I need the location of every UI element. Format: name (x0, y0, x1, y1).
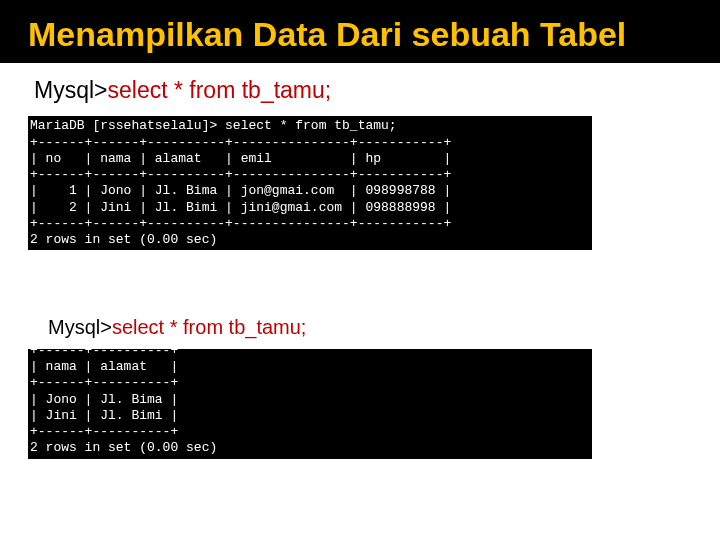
overlay-command-band: Mysql>select * from tb_tamu; (0, 306, 720, 349)
slide-title: Menampilkan Data Dari sebuah Tabel (28, 16, 692, 53)
cmd1-prefix: Mysql> (34, 77, 108, 103)
cmd2-prefix: Mysql> (48, 316, 112, 338)
terminal-output-1: MariaDB [rssehatselalu]> select * from t… (28, 116, 592, 250)
title-block: Menampilkan Data Dari sebuah Tabel (0, 0, 720, 63)
cmd2-query: select * from tb_tamu; (112, 316, 307, 338)
cmd1-query: select * from tb_tamu; (108, 77, 332, 103)
command-line-1: Mysql>select * from tb_tamu; (34, 77, 720, 104)
